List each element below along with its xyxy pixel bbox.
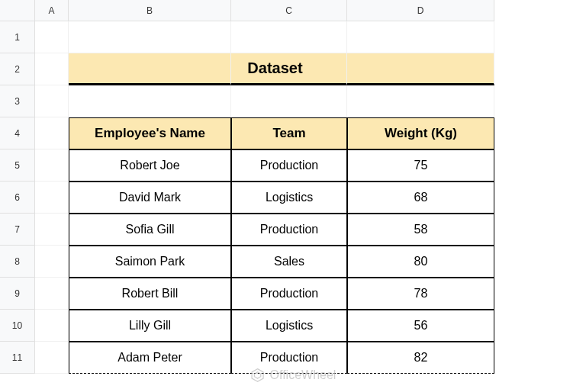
header-team[interactable]: Team — [231, 117, 347, 149]
row-header-8[interactable]: 8 — [0, 246, 35, 278]
cell-d2-title[interactable] — [347, 53, 494, 85]
row-header-9[interactable]: 9 — [0, 278, 35, 310]
cell-a4[interactable] — [35, 117, 69, 149]
col-header-a[interactable]: A — [35, 0, 69, 21]
row-header-1[interactable]: 1 — [0, 21, 35, 53]
data-team-5[interactable]: Logistics — [231, 310, 347, 342]
data-weight-5[interactable]: 56 — [347, 310, 494, 342]
cell-b1[interactable] — [69, 21, 231, 53]
col-header-b[interactable]: B — [69, 0, 231, 21]
cell-c2-title[interactable]: Dataset — [231, 53, 347, 85]
cell-a5[interactable] — [35, 149, 69, 182]
col-header-d[interactable]: D — [347, 0, 494, 21]
row-header-10[interactable]: 10 — [0, 310, 35, 342]
row-header-7[interactable]: 7 — [0, 214, 35, 246]
select-all-corner[interactable] — [0, 0, 35, 21]
data-weight-1[interactable]: 68 — [347, 182, 494, 214]
row-header-6[interactable]: 6 — [0, 182, 35, 214]
row-header-11[interactable]: 11 — [0, 342, 35, 374]
cell-a11[interactable] — [35, 342, 69, 374]
cell-a2[interactable] — [35, 53, 69, 85]
data-team-3[interactable]: Sales — [231, 246, 347, 278]
cell-a3[interactable] — [35, 85, 69, 117]
data-name-5[interactable]: Lilly Gill — [69, 310, 231, 342]
data-team-2[interactable]: Production — [231, 214, 347, 246]
spreadsheet-grid: A B C D 1 2 Dataset 3 4 Employee's Name … — [0, 0, 586, 374]
watermark-text: OfficeWheel — [270, 368, 336, 382]
data-weight-2[interactable]: 58 — [347, 214, 494, 246]
data-name-0[interactable]: Robert Joe — [69, 149, 231, 182]
cell-a1[interactable] — [35, 21, 69, 53]
data-name-3[interactable]: Saimon Park — [69, 246, 231, 278]
data-name-2[interactable]: Sofia Gill — [69, 214, 231, 246]
watermark: OfficeWheel — [250, 368, 336, 383]
data-weight-0[interactable]: 75 — [347, 149, 494, 182]
row-header-3[interactable]: 3 — [0, 85, 35, 117]
data-team-4[interactable]: Production — [231, 278, 347, 310]
svg-marker-1 — [254, 372, 260, 378]
row-header-5[interactable]: 5 — [0, 149, 35, 182]
svg-marker-0 — [252, 369, 263, 382]
cell-c3[interactable] — [231, 85, 347, 117]
data-name-4[interactable]: Robert Bill — [69, 278, 231, 310]
data-team-1[interactable]: Logistics — [231, 182, 347, 214]
row-header-4[interactable]: 4 — [0, 117, 35, 149]
col-header-c[interactable]: C — [231, 0, 347, 21]
cell-b2-title[interactable] — [69, 53, 231, 85]
cell-c1[interactable] — [231, 21, 347, 53]
header-weight[interactable]: Weight (Kg) — [347, 117, 494, 149]
officewheel-icon — [250, 368, 266, 383]
data-weight-6[interactable]: 82 — [347, 342, 494, 374]
header-name[interactable]: Employee's Name — [69, 117, 231, 149]
cell-a10[interactable] — [35, 310, 69, 342]
data-weight-4[interactable]: 78 — [347, 278, 494, 310]
data-name-6[interactable]: Adam Peter — [69, 342, 231, 374]
cell-a6[interactable] — [35, 182, 69, 214]
data-weight-3[interactable]: 80 — [347, 246, 494, 278]
row-header-2[interactable]: 2 — [0, 53, 35, 85]
cell-d1[interactable] — [347, 21, 494, 53]
cell-b3[interactable] — [69, 85, 231, 117]
cell-a8[interactable] — [35, 246, 69, 278]
data-team-0[interactable]: Production — [231, 149, 347, 182]
cell-a9[interactable] — [35, 278, 69, 310]
data-name-1[interactable]: David Mark — [69, 182, 231, 214]
cell-a7[interactable] — [35, 214, 69, 246]
cell-d3[interactable] — [347, 85, 494, 117]
